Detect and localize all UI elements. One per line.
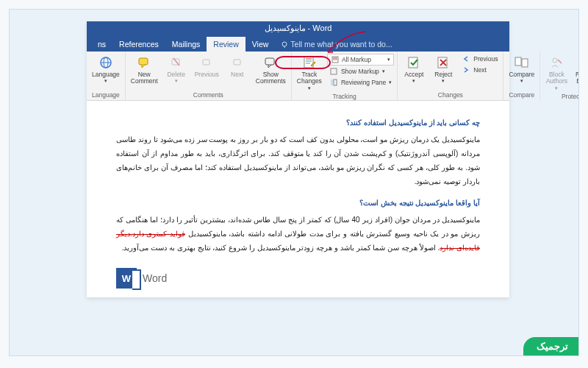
markup-icon xyxy=(331,55,340,64)
ribbon: Language▾ Language New Comment Delete▾ xyxy=(87,52,509,101)
reject-icon xyxy=(436,55,451,70)
delete-comment-button[interactable]: Delete▾ xyxy=(163,54,190,91)
heading-2: آیا واقعا ماینوکسیدیل نتیجه بخش است؟ xyxy=(116,196,480,210)
language-button[interactable]: Language▾ xyxy=(90,54,122,91)
previous-change-button[interactable]: Previous xyxy=(459,54,500,64)
svg-rect-21 xyxy=(409,57,417,68)
svg-rect-18 xyxy=(331,68,337,74)
word-label: Word xyxy=(143,272,167,284)
accept-icon xyxy=(406,55,421,70)
svg-rect-10 xyxy=(265,58,274,65)
next-icon xyxy=(230,55,245,70)
word-badge-icon: W xyxy=(116,268,137,289)
chevron-down-icon: ▾ xyxy=(387,57,390,63)
svg-rect-26 xyxy=(522,59,528,67)
paragraph-2: ماینوکسیدیل در مردان جوان (افراد زیر 40 … xyxy=(116,213,480,255)
brand-badge: ترجمیک xyxy=(523,337,578,355)
document-body[interactable]: چه کسانی باید از ماینوکسیدیل استفاده کنن… xyxy=(87,101,509,268)
track-changes-icon xyxy=(302,55,317,70)
previous-icon xyxy=(199,55,214,70)
reviewing-pane-icon xyxy=(329,78,338,87)
group-language: Language▾ Language xyxy=(87,52,126,100)
tell-me-search[interactable]: Tell me what you want to do... xyxy=(275,37,398,52)
svg-point-27 xyxy=(553,58,557,63)
window-title: ماینوکسیدیل - Word xyxy=(265,24,332,32)
compare-icon xyxy=(514,55,529,70)
group-compare: Compare▾ Compare xyxy=(503,52,540,100)
tab-review[interactable]: Review xyxy=(207,37,245,52)
restrict-editing-icon xyxy=(578,55,579,70)
next-change-icon xyxy=(462,66,470,74)
block-authors-button[interactable]: Block Authors▾ xyxy=(543,54,570,92)
group-comments: New Comment Delete▾ Previous Next xyxy=(126,52,292,100)
title-bar: ماینوکسیدیل - Word xyxy=(87,21,509,35)
block-authors-icon xyxy=(549,55,564,70)
svg-rect-20 xyxy=(334,79,337,85)
reject-button[interactable]: Reject▾ xyxy=(430,54,456,91)
chevron-down-icon: ▾ xyxy=(104,78,107,84)
tab-references[interactable]: References xyxy=(112,37,165,52)
word-logo: W Word xyxy=(87,268,509,297)
reviewing-pane-dropdown[interactable]: Reviewing Pane ▾ xyxy=(327,77,394,88)
tab-mailings[interactable]: Mailings xyxy=(165,37,207,52)
word-window: ماینوکسیدیل - Word ns References Mailing… xyxy=(87,21,509,297)
previous-comment-button[interactable]: Previous xyxy=(193,54,221,91)
track-changes-button[interactable]: Track Changes▾ xyxy=(295,54,324,92)
svg-line-28 xyxy=(558,60,562,63)
show-markup-icon xyxy=(329,67,338,76)
svg-rect-9 xyxy=(234,60,240,65)
next-comment-button[interactable]: Next xyxy=(224,54,251,91)
svg-rect-25 xyxy=(515,57,521,66)
show-comments-button[interactable]: Show Comments xyxy=(254,54,288,91)
accept-button[interactable]: Accept▾ xyxy=(401,54,427,91)
compare-button[interactable]: Compare▾ xyxy=(506,54,537,91)
new-comment-icon xyxy=(137,55,151,70)
globe-icon xyxy=(98,55,113,70)
group-changes: Accept▾ Reject▾ Previous Next xyxy=(398,52,503,100)
next-change-button[interactable]: Next xyxy=(459,65,500,75)
group-tracking: Track Changes▾ All Markup ▾ Show Markup … xyxy=(292,52,398,100)
paragraph-1: ماینوکسیدیل یک درمان ریزش مو است، محلولی… xyxy=(116,132,480,188)
show-comments-icon xyxy=(263,55,278,70)
restrict-editing-button[interactable]: Restrict Editing xyxy=(573,54,579,92)
svg-rect-5 xyxy=(139,58,148,65)
previous-change-icon xyxy=(462,54,470,63)
tab-view[interactable]: View xyxy=(245,37,276,52)
delete-icon xyxy=(169,55,184,70)
display-for-review-dropdown[interactable]: All Markup ▾ xyxy=(327,54,394,66)
ribbon-tabs: ns References Mailings Review View Tell … xyxy=(87,35,509,52)
show-markup-dropdown[interactable]: Show Markup ▾ xyxy=(327,66,394,77)
tab-ns[interactable]: ns xyxy=(91,37,112,52)
group-protect: Block Authors▾ Restrict Editing Protect xyxy=(540,52,579,100)
new-comment-button[interactable]: New Comment xyxy=(129,54,160,91)
lightbulb-icon xyxy=(281,41,288,49)
heading-1: چه کسانی باید از ماینوکسیدیل استفاده کنن… xyxy=(116,116,480,130)
svg-point-0 xyxy=(282,42,287,46)
svg-rect-19 xyxy=(331,79,333,85)
svg-rect-8 xyxy=(203,60,209,65)
